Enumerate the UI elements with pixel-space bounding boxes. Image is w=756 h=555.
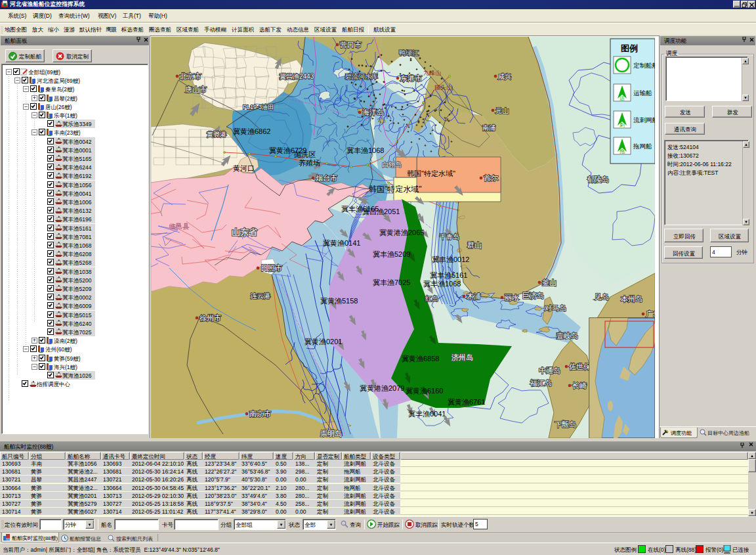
svg-text:拖: 拖 xyxy=(619,148,625,154)
svg-text:冀黄港渔2065: 冀黄港渔2065 xyxy=(379,229,424,236)
svg-text:拖网船: 拖网船 xyxy=(633,143,652,150)
svg-text:冀黄渔0141: 冀黄渔0141 xyxy=(323,239,360,247)
svg-text:南浦: 南浦 xyxy=(482,124,495,131)
svg-text:白翎岛: 白翎岛 xyxy=(382,161,402,168)
svg-text:猫头山: 猫头山 xyxy=(434,84,452,91)
svg-text:刺: 刺 xyxy=(620,122,625,128)
svg-text:冀昌渔2051: 冀昌渔2051 xyxy=(362,208,400,215)
svg-text:济州岛: 济州岛 xyxy=(452,353,473,361)
svg-text:定制船舶: 定制船舶 xyxy=(633,62,655,69)
svg-text:冀黄渔6862: 冀黄渔6862 xyxy=(233,127,270,135)
svg-text:咸兴: 咸兴 xyxy=(498,73,511,80)
svg-text:海洋岛: 海洋岛 xyxy=(362,108,384,116)
svg-text:冀黄渔6160: 冀黄渔6160 xyxy=(406,387,443,395)
svg-text:唐山市: 唐山市 xyxy=(185,85,207,93)
svg-text:冀昌渔2443: 冀昌渔2443 xyxy=(280,73,314,80)
svg-text:韩国"特定水域": 韩国"特定水域" xyxy=(369,185,422,194)
svg-text:冀黄渔0201: 冀黄渔0201 xyxy=(304,338,342,345)
svg-text:运: 运 xyxy=(620,95,625,101)
svg-text:群山: 群山 xyxy=(467,241,482,249)
svg-text:中通岛: 中通岛 xyxy=(539,366,560,374)
svg-text:木浦: 木浦 xyxy=(467,292,481,300)
svg-text:南京市: 南京市 xyxy=(249,410,271,418)
svg-text:元山: 元山 xyxy=(495,107,509,114)
svg-text:对马岛: 对马岛 xyxy=(545,304,566,312)
svg-text:养殖场: 养殖场 xyxy=(299,159,320,167)
svg-text:冀丰渔1068: 冀丰渔1068 xyxy=(346,146,384,154)
svg-text:冀丰渔7025: 冀丰渔7025 xyxy=(373,278,410,286)
svg-text:冀丰渔1068: 冀丰渔1068 xyxy=(423,280,461,288)
svg-text:冀黄渔6858: 冀黄渔6858 xyxy=(402,355,439,363)
svg-text:营口市: 营口市 xyxy=(340,41,362,49)
svg-text:黄骅港: 黄骅港 xyxy=(207,131,226,138)
svg-text:烟台市: 烟台市 xyxy=(316,174,337,182)
svg-text:壹岐岛: 壹岐岛 xyxy=(556,332,578,340)
svg-text:日照市: 日照市 xyxy=(261,264,282,272)
svg-text:冀黄渔6761: 冀黄渔6761 xyxy=(448,398,485,406)
svg-text:首尔: 首尔 xyxy=(484,174,498,182)
svg-text:丽水: 丽水 xyxy=(505,294,519,301)
svg-text:冀丰渔5209: 冀丰渔5209 xyxy=(373,250,410,258)
svg-text:冀丰渔5161: 冀丰渔5161 xyxy=(430,271,467,279)
svg-text:韩国"特定水域": 韩国"特定水域" xyxy=(407,169,455,177)
svg-text:下甑岛: 下甑岛 xyxy=(555,420,576,428)
svg-text:流刺网船: 流刺网船 xyxy=(633,116,655,123)
svg-text:冀黄渔5158: 冀黄渔5158 xyxy=(320,297,358,305)
svg-text:佐世保: 佐世保 xyxy=(569,363,591,370)
svg-text:冀黄港渔2079: 冀黄港渔2079 xyxy=(360,384,404,392)
svg-text:九峰山: 九峰山 xyxy=(423,70,441,76)
svg-text:抛洗区: 抛洗区 xyxy=(293,150,316,158)
svg-text:碧流河水库: 碧流河水库 xyxy=(345,73,378,80)
svg-text:冀丰渔0012: 冀丰渔0012 xyxy=(432,255,469,263)
svg-text:连云港: 连云港 xyxy=(251,292,270,300)
svg-text:本州岛: 本州岛 xyxy=(621,295,642,303)
svg-text:釜山: 釜山 xyxy=(542,278,556,286)
svg-text:见岛: 见岛 xyxy=(595,293,609,301)
svg-text:崇明岛: 崇明岛 xyxy=(320,430,342,437)
svg-text:徐州市: 徐州市 xyxy=(200,314,221,322)
svg-text:图例: 图例 xyxy=(621,43,638,53)
svg-text:山东省: 山东省 xyxy=(232,227,257,237)
svg-text:北京市: 北京市 xyxy=(179,72,201,80)
svg-text:运输船: 运输船 xyxy=(633,89,652,97)
svg-text:东港市: 东港市 xyxy=(400,74,422,82)
svg-text:千青岛: 千青岛 xyxy=(439,233,459,240)
svg-text:广岛: 广岛 xyxy=(646,310,655,318)
svg-text:鸭绿江: 鸭绿江 xyxy=(399,49,419,56)
svg-text:黄河口: 黄河口 xyxy=(233,164,255,172)
svg-text:冀丰渔0041: 冀丰渔0041 xyxy=(408,410,446,418)
svg-text:临邑县: 临邑县 xyxy=(169,223,190,230)
svg-text:郁陵岛: 郁陵岛 xyxy=(587,175,609,183)
svg-text:红岛: 红岛 xyxy=(425,295,438,302)
svg-text:福江岛: 福江岛 xyxy=(530,379,552,387)
svg-text:PL19-3油田: PL19-3油田 xyxy=(243,104,274,110)
svg-text:巨济岛: 巨济岛 xyxy=(522,292,544,300)
svg-text:长崎: 长崎 xyxy=(572,382,587,389)
